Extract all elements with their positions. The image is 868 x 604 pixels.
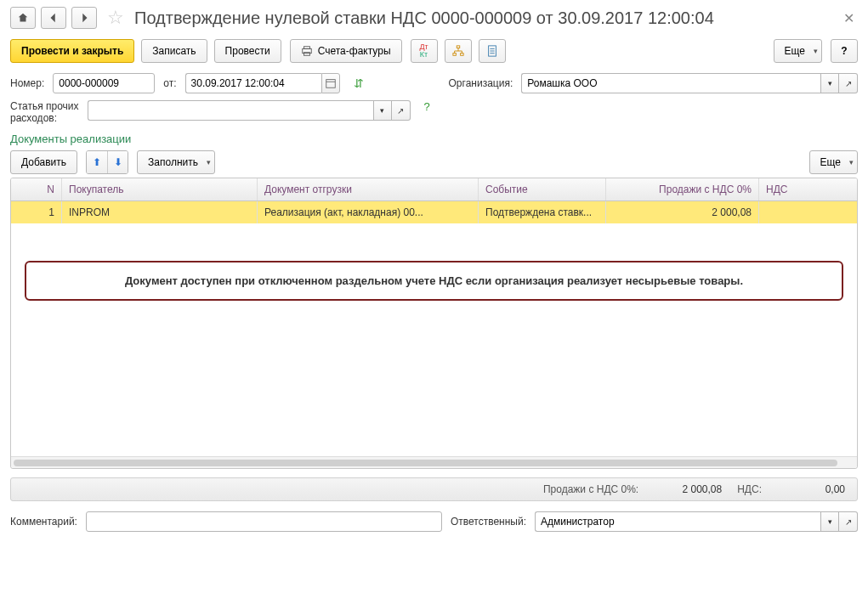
realization-grid: N Покупатель Документ отгрузки Событие П…	[10, 178, 858, 469]
totals-vat-label: НДС:	[737, 483, 762, 495]
arrow-down-icon: ⬇	[114, 156, 122, 168]
move-buttons: ⬆ ⬇	[86, 150, 128, 174]
back-button[interactable]	[41, 7, 66, 29]
responsible-open-button[interactable]: ↗	[839, 511, 858, 532]
horizontal-scrollbar[interactable]	[11, 456, 857, 468]
forward-button[interactable]	[71, 7, 97, 29]
svg-rect-1	[304, 47, 309, 49]
document-icon	[486, 45, 498, 57]
totals-vat-value: 0,00	[777, 483, 845, 495]
open-icon: ↗	[397, 106, 404, 116]
tree-icon	[452, 45, 464, 57]
question-icon: ?	[841, 45, 847, 57]
home-button[interactable]	[10, 7, 36, 29]
close-button[interactable]: ✕	[840, 8, 858, 28]
chevron-down-icon: ▾	[828, 79, 832, 87]
arrow-right-icon	[78, 12, 90, 24]
comment-input[interactable]	[86, 511, 442, 532]
grid-header: N Покупатель Документ отгрузки Событие П…	[11, 178, 857, 201]
cell-doc: Реализация (акт, накладная) 00...	[258, 201, 479, 223]
fill-button[interactable]: Заполнить▾	[137, 150, 215, 174]
col-event[interactable]: Событие	[479, 178, 606, 200]
table-more-button[interactable]: Еще▾	[809, 150, 858, 174]
number-input[interactable]	[53, 73, 155, 93]
open-icon: ↗	[845, 79, 852, 88]
cell-buyer: INPROM	[62, 201, 258, 223]
printer-icon	[301, 45, 313, 57]
org-label: Организация:	[449, 77, 513, 89]
responsible-label: Ответственный:	[451, 516, 526, 528]
from-label: от:	[163, 77, 176, 89]
expense-input[interactable]	[88, 100, 373, 121]
invoices-button[interactable]: Счета-фактуры	[290, 39, 402, 63]
arrow-up-icon: ⬆	[93, 156, 101, 168]
more-button[interactable]: Еще▾	[774, 39, 822, 63]
expense-help-button[interactable]: ?	[424, 100, 430, 113]
cell-event: Подтверждена ставк...	[479, 201, 606, 223]
col-buyer[interactable]: Покупатель	[62, 178, 258, 200]
dt-kt-button[interactable]: ДтКт	[411, 39, 438, 63]
move-up-button[interactable]: ⬆	[87, 151, 107, 173]
post-and-close-button[interactable]: Провести и закрыть	[10, 39, 134, 63]
help-button[interactable]: ?	[831, 39, 858, 63]
structure-button[interactable]	[445, 39, 472, 63]
chevron-down-icon: ▾	[380, 106, 384, 115]
col-vat[interactable]: НДС	[759, 178, 857, 200]
comment-label: Комментарий:	[10, 516, 77, 528]
expense-dropdown-button[interactable]: ▾	[373, 100, 392, 121]
add-row-button[interactable]: Добавить	[10, 150, 77, 174]
totals-sales-label: Продажи с НДС 0%:	[543, 483, 638, 495]
totals-bar: Продажи с НДС 0%: 2 000,08 НДС: 0,00	[10, 477, 858, 501]
org-dropdown-button[interactable]: ▾	[820, 73, 839, 93]
posted-icon: ⇵	[354, 76, 364, 90]
dt-kt-icon: ДтКт	[419, 43, 428, 59]
svg-rect-4	[452, 54, 456, 56]
move-down-button[interactable]: ⬇	[107, 151, 128, 173]
calendar-button[interactable]	[321, 73, 340, 93]
col-doc[interactable]: Документ отгрузки	[258, 178, 479, 200]
svg-rect-3	[457, 46, 460, 48]
arrow-left-icon	[48, 12, 60, 24]
svg-rect-10	[326, 80, 335, 88]
org-open-button[interactable]: ↗	[839, 73, 858, 93]
chevron-down-icon: ▾	[849, 158, 854, 167]
chevron-down-icon: ▾	[814, 47, 818, 55]
expense-input-group: ▾ ↗	[88, 100, 411, 121]
responsible-dropdown-button[interactable]: ▾	[820, 511, 839, 532]
cell-sales: 2 000,08	[606, 201, 759, 223]
info-callout: Документ доступен при отключенном раздел…	[25, 261, 843, 301]
home-icon	[17, 12, 29, 24]
org-input[interactable]	[521, 73, 820, 93]
post-button[interactable]: Провести	[214, 39, 281, 63]
col-n[interactable]: N	[11, 178, 62, 200]
responsible-input-group: ▾ ↗	[535, 511, 858, 532]
col-sales[interactable]: Продажи с НДС 0%	[606, 178, 759, 200]
totals-sales-value: 2 000,08	[654, 483, 722, 495]
chevron-down-icon: ▾	[828, 517, 832, 526]
responsible-input[interactable]	[535, 511, 820, 532]
page-title: Подтверждение нулевой ставки НДС 0000-00…	[134, 8, 835, 28]
date-input[interactable]	[185, 73, 321, 93]
expense-open-button[interactable]: ↗	[392, 100, 411, 121]
scroll-thumb[interactable]	[14, 460, 837, 466]
table-row[interactable]: 1 INPROM Реализация (акт, накладная) 00.…	[11, 201, 857, 223]
favorite-icon[interactable]: ☆	[107, 7, 124, 29]
calendar-icon	[325, 77, 337, 89]
date-input-group	[185, 73, 340, 93]
cell-n: 1	[11, 201, 62, 223]
number-label: Номер:	[10, 77, 44, 89]
open-icon: ↗	[845, 517, 852, 527]
expense-label: Статья прочих расходов:	[10, 100, 79, 124]
grid-body[interactable]: 1 INPROM Реализация (акт, накладная) 00.…	[11, 201, 857, 456]
chevron-down-icon: ▾	[207, 158, 211, 167]
svg-rect-5	[460, 54, 463, 56]
record-button[interactable]: Записать	[141, 39, 207, 63]
report-button[interactable]	[479, 39, 506, 63]
org-input-group: ▾ ↗	[521, 73, 858, 93]
section-title: Документы реализации	[10, 133, 858, 145]
cell-vat	[759, 201, 857, 223]
